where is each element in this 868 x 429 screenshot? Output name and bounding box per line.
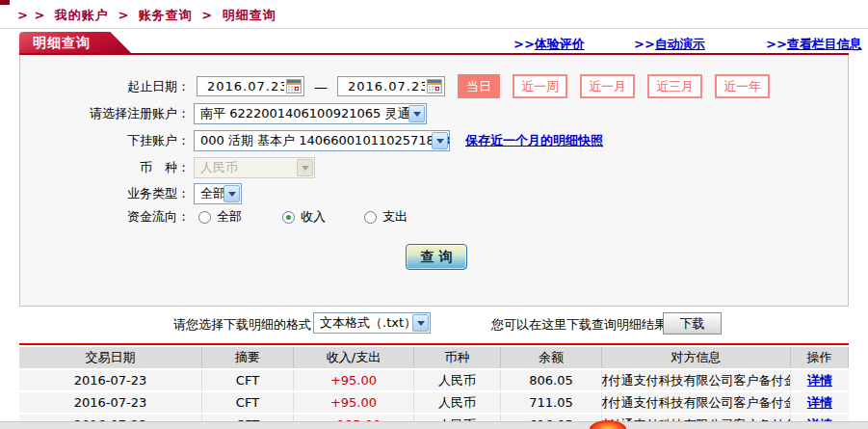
sub-account-select[interactable]: 000 活期 基本户 1406600101102571848 <box>194 130 450 151</box>
col-header-currency: 币种 <box>414 347 501 368</box>
link-view-column-info[interactable]: >>查看栏目信息 <box>766 36 862 53</box>
query-button[interactable]: 查 询 <box>406 244 467 270</box>
currency-label: 币 种： <box>20 159 190 176</box>
link-view-column-info-label: 查看栏目信息 <box>787 37 862 51</box>
breadcrumb: > > 我的账户 > 账务查询 > 明细查询 <box>17 7 280 24</box>
query-form-panel: 起止日期： — 当日 近一周 近一月 近三月 近一年 请选择注册账户： 南平 6… <box>19 55 849 307</box>
partial-logo-icon <box>590 420 626 429</box>
cell-date: 2016-07-23 <box>19 370 202 390</box>
cell-counterparty: 财付通支付科技有限公司客户备付金 <box>602 392 791 413</box>
cell-currency: 人民币 <box>414 370 501 390</box>
date-range-row: 起止日期： — 当日 近一周 近一月 近三月 近一年 <box>20 74 770 98</box>
start-date-calendar-icon[interactable] <box>286 79 302 94</box>
detail-link[interactable]: 详情 <box>807 372 832 389</box>
fund-flow-radio-expense[interactable]: 支出 <box>364 208 408 226</box>
quick-range-today-button[interactable]: 当日 <box>458 74 500 98</box>
col-header-date: 交易日期 <box>19 347 202 368</box>
cell-counterparty: 财付通支付科技有限公司客户备付金 <box>602 370 791 390</box>
sub-account-label: 下挂账户： <box>20 132 190 149</box>
cell-currency: 人民币 <box>414 392 501 413</box>
currency-row: 币 种： 人民币 <box>20 157 315 178</box>
top-divider <box>0 28 868 29</box>
radio-icon <box>364 211 377 224</box>
link-auto-demo[interactable]: >>自动演示 <box>634 36 705 53</box>
bottom-bar <box>0 421 868 429</box>
chevron-down-icon[interactable] <box>412 314 429 332</box>
quick-range-year-button[interactable]: 近一年 <box>715 74 770 98</box>
sub-account-value: 000 活期 基本户 1406600101102571848 <box>200 132 450 149</box>
breadcrumb-separator: > <box>201 8 213 22</box>
download-row: 请您选择下载明细的格式 文本格式（.txt） 您可以在这里下载查询明细结果 下载 <box>0 312 868 335</box>
breadcrumb-separator: > <box>118 8 129 22</box>
chevron-down-icon <box>297 159 313 176</box>
cell-summary: CFT <box>202 370 294 390</box>
cell-balance: 806.05 <box>501 370 602 390</box>
currency-select: 人民币 <box>194 157 315 178</box>
col-header-action: 操作 <box>791 347 849 368</box>
breadcrumb-item-detail-query[interactable]: 明细查询 <box>223 8 276 22</box>
fund-flow-income-label: 收入 <box>301 208 326 226</box>
registered-account-select[interactable]: 南平 6222001406100921065 灵通卡 <box>194 103 427 124</box>
registered-account-row: 请选择注册账户： 南平 6222001406100921065 灵通卡 <box>20 103 427 124</box>
fund-flow-row: 资金流向： 全部 收入 支出 <box>20 208 408 226</box>
radio-icon <box>198 211 211 224</box>
download-button[interactable]: 下载 <box>663 312 722 335</box>
cell-date: 2016-07-23 <box>19 392 202 413</box>
business-type-row: 业务类型： 全部 <box>20 183 242 204</box>
date-range-label: 起止日期： <box>20 78 190 95</box>
download-hint: 您可以在这里下载查询明细结果 <box>491 316 667 334</box>
link-auto-demo-label: 自动演示 <box>655 37 705 51</box>
col-header-amount: 收入/支出 <box>294 347 414 368</box>
business-type-label: 业务类型： <box>20 185 190 202</box>
cell-summary: CFT <box>202 392 294 413</box>
download-format-select[interactable]: 文本格式（.txt） <box>313 312 431 334</box>
link-experience-rating[interactable]: >>体验评价 <box>513 36 585 53</box>
breadcrumb-item-account-query[interactable]: 账务查询 <box>139 8 193 22</box>
registered-account-label: 请选择注册账户： <box>20 105 190 122</box>
currency-value: 人民币 <box>200 159 238 176</box>
col-header-balance: 余额 <box>501 347 602 368</box>
cell-balance: 711.05 <box>501 392 602 413</box>
table-header-row: 交易日期 摘要 收入/支出 币种 余额 对方信息 操作 <box>19 347 849 368</box>
transactions-table: 交易日期 摘要 收入/支出 币种 余额 对方信息 操作 2016-07-23 C… <box>19 343 849 429</box>
sub-account-row: 下挂账户： 000 活期 基本户 1406600101102571848 保存近… <box>20 130 603 151</box>
chevron-down-icon[interactable] <box>408 105 425 122</box>
table-row: 2016-07-23 CFT +95.00 人民币 806.05 财付通支付科技… <box>19 370 849 390</box>
download-format-value: 文本格式（.txt） <box>320 314 416 332</box>
fund-flow-label: 资金流向： <box>20 208 190 226</box>
top-left-red-mark <box>0 0 10 5</box>
date-range-separator: — <box>314 79 328 94</box>
col-header-counterparty: 对方信息 <box>602 347 791 368</box>
quick-range-month-button[interactable]: 近一月 <box>580 74 635 98</box>
business-type-value: 全部 <box>200 185 225 202</box>
detail-link[interactable]: 详情 <box>807 394 832 412</box>
quick-range-3months-button[interactable]: 近三月 <box>647 74 702 98</box>
link-experience-rating-label: 体验评价 <box>535 37 585 51</box>
fund-flow-all-label: 全部 <box>217 208 242 226</box>
chevron-down-icon[interactable] <box>432 132 448 149</box>
table-row: 2016-07-23 CFT +95.00 人民币 711.05 财付通支付科技… <box>19 392 849 413</box>
quick-range-week-button[interactable]: 近一周 <box>513 74 567 98</box>
download-format-label: 请您选择下载明细的格式 <box>173 316 311 334</box>
breadcrumb-prefix: > > <box>17 8 45 22</box>
end-date-calendar-icon[interactable] <box>427 79 442 94</box>
fund-flow-radio-all[interactable]: 全部 <box>198 208 242 226</box>
cell-amount: +95.00 <box>294 392 414 413</box>
chevron-down-icon[interactable] <box>224 185 240 202</box>
registered-account-value: 南平 6222001406100921065 灵通卡 <box>200 105 422 122</box>
breadcrumb-item-my-account[interactable]: 我的账户 <box>55 8 109 22</box>
tab-detail-query[interactable]: 明细查询 <box>19 32 133 55</box>
save-snapshot-link[interactable]: 保存近一个月的明细快照 <box>465 132 603 149</box>
radio-checked-icon <box>282 211 295 224</box>
cell-amount: +95.00 <box>294 370 414 390</box>
fund-flow-expense-label: 支出 <box>382 208 408 226</box>
fund-flow-radio-income[interactable]: 收入 <box>282 208 326 226</box>
col-header-summary: 摘要 <box>202 347 294 368</box>
business-type-select[interactable]: 全部 <box>194 183 242 204</box>
